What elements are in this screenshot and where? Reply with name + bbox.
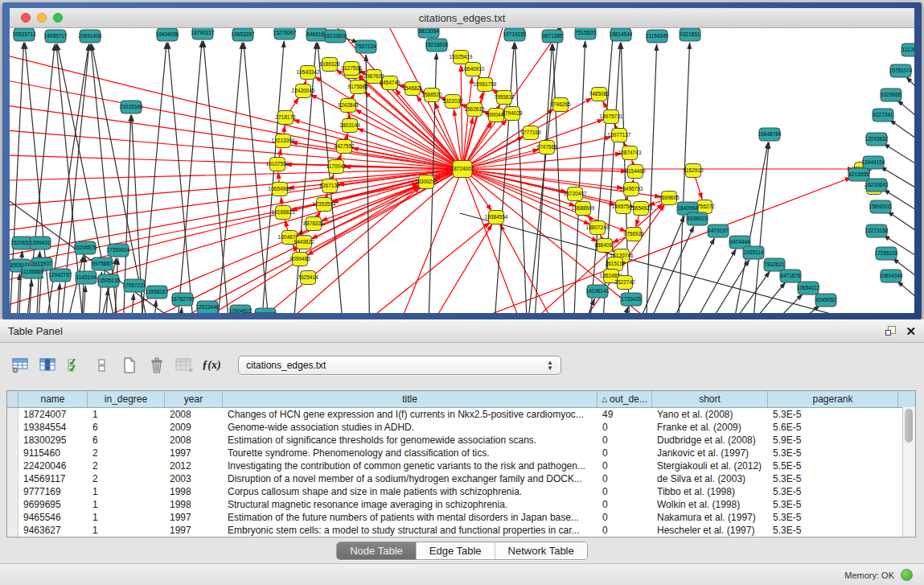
float-panel-icon[interactable]	[885, 326, 896, 336]
tab-node-table[interactable]: Node Table	[337, 542, 417, 559]
graph-node[interactable]: 9321851	[680, 28, 700, 41]
graph-node[interactable]: 16033809	[324, 30, 347, 43]
graph-node[interactable]: 5322037	[442, 95, 463, 109]
graph-node[interactable]: 7557224	[355, 40, 376, 53]
graph-node[interactable]: 1615132	[605, 257, 626, 271]
citation-network-graph[interactable]: 1054334222420046271817612213394101075521…	[10, 28, 914, 313]
graph-node[interactable]: 10688609	[572, 202, 595, 216]
graph-node[interactable]: 9227341	[873, 109, 893, 122]
graph-node[interactable]: 18975731	[600, 110, 623, 124]
graph-node[interactable]: 8186328	[319, 58, 340, 72]
graph-node[interactable]: 9329966	[881, 89, 901, 101]
graph-node[interactable]: 9756928	[623, 228, 644, 241]
graph-node[interactable]: 7832621	[764, 258, 785, 271]
graph-node[interactable]: 10719155	[503, 28, 527, 41]
graph-node[interactable]: 9154469	[625, 165, 646, 179]
graph-node[interactable]: 7625414	[298, 271, 318, 285]
graph-node[interactable]: 9975887	[92, 257, 113, 270]
graph-node[interactable]: 1699431	[30, 237, 51, 249]
graph-node[interactable]: 10166823	[272, 206, 295, 220]
table-row[interactable]: 1456911722003Disruption of a novel membe…	[7, 472, 915, 485]
graph-node[interactable]: 18807249	[586, 221, 610, 235]
graph-node[interactable]: 16640910	[462, 63, 485, 76]
graph-node[interactable]: 12923446	[196, 301, 220, 313]
graph-node[interactable]: 8813054	[418, 28, 439, 38]
column-header-pagerank[interactable]: pagerank	[768, 391, 898, 407]
network-window-titlebar[interactable]: citations_edges.txt	[10, 8, 914, 28]
graph-node[interactable]: 8938923	[687, 212, 708, 225]
graph-node[interactable]: 15325419	[450, 51, 473, 64]
table-row[interactable]: 2242004622012Investigating the contribut…	[7, 459, 915, 472]
graph-node[interactable]: 18724007	[451, 161, 474, 178]
graph-node[interactable]: 9152916	[683, 164, 704, 178]
graph-node[interactable]: 15276007	[273, 28, 297, 39]
graph-node[interactable]: 9746266	[550, 98, 571, 112]
graph-node[interactable]: 9245012	[255, 308, 276, 313]
graph-node[interactable]: 2718176	[275, 111, 296, 125]
graph-node[interactable]: 12093832	[865, 133, 889, 146]
graph-node[interactable]: 8215955	[848, 168, 869, 181]
table-row[interactable]: 946554611997Estimation of the future num…	[7, 511, 915, 524]
graph-node[interactable]: 9242843	[338, 99, 359, 113]
graph-node[interactable]: 2803144	[339, 119, 360, 133]
table-row[interactable]: 1872400712008Changes of HCN gene express…	[7, 408, 915, 421]
table-row[interactable]: 977716911998Corpus callosum shape and si…	[7, 485, 915, 498]
graph-node[interactable]: 21154345	[646, 30, 669, 43]
graph-node[interactable]: 16648784	[758, 128, 782, 141]
graph-node[interactable]: 8878334	[303, 217, 324, 231]
graph-node[interactable]: 9175685	[347, 80, 368, 94]
graph-node[interactable]: 13958167	[146, 286, 169, 299]
graph-node[interactable]: 9747568	[536, 141, 557, 154]
function-builder-icon[interactable]: ƒ(x)	[199, 354, 224, 377]
delete-column-icon[interactable]	[145, 354, 169, 377]
graph-node[interactable]: 9884067	[594, 239, 615, 253]
column-header-title[interactable]: title	[223, 391, 598, 407]
graph-node[interactable]: 8427552	[334, 140, 355, 154]
graph-node[interactable]: 2935114	[743, 246, 764, 259]
graph-node[interactable]: 18814544	[610, 28, 633, 41]
graph-node[interactable]: 17265103	[875, 247, 898, 260]
graph-node[interactable]: 9671385	[542, 30, 563, 43]
graph-node[interactable]: 1733426	[621, 293, 642, 306]
graph-node[interactable]: 20015346	[120, 101, 143, 113]
graph-node[interactable]: 20533713	[13, 28, 36, 41]
table-row[interactable]: 1830029562008Estimation of significance …	[7, 434, 915, 447]
graph-node[interactable]: 14196141	[586, 285, 610, 298]
graph-node[interactable]: 2522742	[614, 276, 635, 290]
graph-node[interactable]: 9546821	[402, 82, 423, 96]
graph-node[interactable]: 6794028	[502, 107, 523, 121]
graph-node[interactable]: 10874743	[618, 146, 642, 160]
graph-node[interactable]: 11156869	[21, 266, 43, 278]
graph-node[interactable]: 9099483	[290, 253, 310, 266]
graph-node[interactable]: 15218506	[425, 39, 449, 51]
graph-node[interactable]: 16961758	[474, 78, 497, 92]
graph-node[interactable]: 15751074	[889, 64, 913, 77]
column-header-in_degree[interactable]: in_degree	[88, 391, 165, 407]
table-scrollbar[interactable]	[902, 407, 915, 537]
graph-node[interactable]: 16782759	[171, 293, 195, 306]
tab-edge-table[interactable]: Edge Table	[417, 542, 495, 559]
new-column-icon[interactable]	[117, 354, 142, 377]
column-header-year[interactable]: year	[165, 391, 223, 407]
graph-node[interactable]: 13505135	[97, 274, 121, 287]
graph-node[interactable]: 7485083	[589, 88, 610, 101]
graph-node[interactable]: 18790317	[191, 28, 215, 39]
graph-node[interactable]: 1170042	[326, 160, 347, 174]
graph-node[interactable]: 9245052	[815, 294, 836, 307]
close-panel-icon[interactable]: ✕	[906, 325, 916, 337]
graph-node[interactable]: 17359924	[107, 244, 130, 257]
table-mode-icon[interactable]	[8, 354, 32, 377]
graph-node[interactable]: 15720407	[564, 187, 587, 201]
table-row[interactable]: 946362711997Embryonic stem cells: a mode…	[7, 524, 915, 537]
graph-node[interactable]: 16977137	[608, 129, 631, 142]
graph-node[interactable]: 7515520	[575, 28, 596, 39]
graph-node[interactable]: 10904522	[229, 305, 253, 313]
graph-node[interactable]: 19404056	[156, 28, 179, 41]
network-canvas[interactable]: 1054334222420046271817612213394101075521…	[10, 28, 914, 313]
graph-node[interactable]: 15692931	[869, 200, 893, 213]
graph-node[interactable]: 1112604	[901, 43, 914, 56]
graph-node[interactable]: 6479197	[708, 225, 729, 237]
graph-node[interactable]: 10653287	[232, 28, 255, 41]
graph-node[interactable]: 10107552	[266, 158, 290, 171]
graph-node[interactable]: 1588520	[421, 89, 442, 102]
